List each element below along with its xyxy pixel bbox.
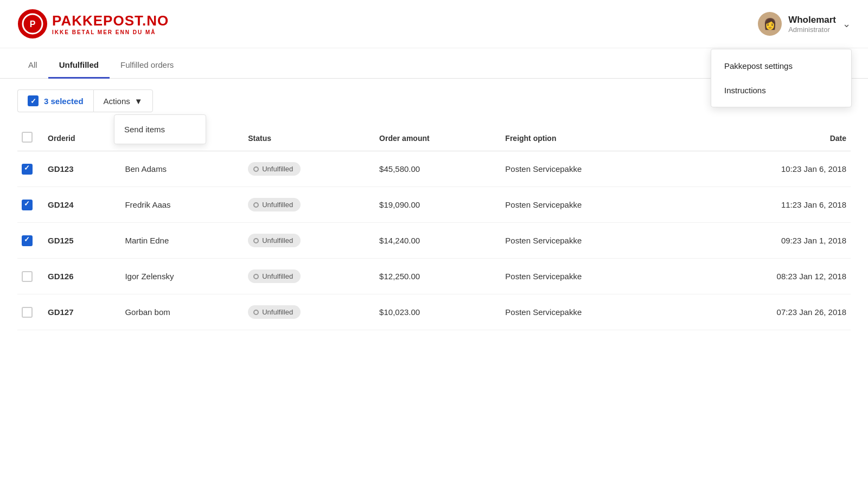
col-header-checkbox bbox=[17, 125, 43, 151]
cell-status: Unfulfilled bbox=[244, 187, 375, 223]
cell-name: Fredrik Aaas bbox=[120, 187, 244, 223]
status-badge: Unfulfilled bbox=[248, 305, 301, 319]
status-dot-icon bbox=[253, 238, 259, 243]
user-info: Wholemart Administrator bbox=[788, 15, 836, 34]
cell-name: Ben Adams bbox=[120, 151, 244, 187]
menu-item-pakkepost-settings[interactable]: Pakkepost settings bbox=[711, 54, 851, 78]
tab-fulfilled-orders[interactable]: Fulfilled orders bbox=[110, 53, 184, 79]
selected-count-label: 3 selected bbox=[44, 97, 84, 106]
cell-name: Martin Edne bbox=[120, 223, 244, 259]
chevron-down-icon: ⌄ bbox=[843, 18, 851, 30]
table-row: GD123 Ben Adams Unfulfilled $45,580.00 P… bbox=[17, 151, 851, 187]
table-row: GD127 Gorban bom Unfulfilled $10,023.00 … bbox=[17, 294, 851, 330]
status-label: Unfulfilled bbox=[262, 201, 293, 209]
row-checkbox-cell bbox=[17, 151, 43, 187]
cell-date: 09:23 Jan 1, 2018 bbox=[683, 223, 851, 259]
table-row: GD126 Igor Zelensky Unfulfilled $12,250.… bbox=[17, 259, 851, 294]
cell-freight: Posten Servicepakke bbox=[501, 187, 683, 223]
logo-main-text: PAKKEPOST.NO bbox=[52, 12, 169, 29]
table-row: GD125 Martin Edne Unfulfilled $14,240.00… bbox=[17, 223, 851, 259]
col-header-status: Status bbox=[244, 125, 375, 151]
logo-text: PAKKEPOST.NO IKKE BETAL MER ENN DU MÅ bbox=[52, 12, 169, 35]
selected-badge: 3 selected bbox=[17, 89, 93, 112]
header-checkbox[interactable] bbox=[22, 132, 33, 143]
status-badge: Unfulfilled bbox=[248, 162, 301, 176]
status-label: Unfulfilled bbox=[262, 236, 293, 245]
table-row: GD124 Fredrik Aaas Unfulfilled $19,090.0… bbox=[17, 187, 851, 223]
cell-orderid: GD123 bbox=[43, 151, 120, 187]
row-checkbox-cell bbox=[17, 223, 43, 259]
cell-status: Unfulfilled bbox=[244, 151, 375, 187]
logo: P PAKKEPOST.NO IKKE BETAL MER ENN DU MÅ bbox=[17, 9, 169, 39]
col-header-orderid: Orderid bbox=[43, 125, 120, 151]
tab-unfulfilled[interactable]: Unfulfilled bbox=[48, 53, 110, 79]
status-badge: Unfulfilled bbox=[248, 198, 301, 211]
user-role: Administrator bbox=[788, 25, 836, 34]
actions-label: Actions bbox=[104, 97, 130, 106]
row-checkbox-cell bbox=[17, 294, 43, 330]
cell-name: Igor Zelensky bbox=[120, 259, 244, 294]
cell-freight: Posten Servicepakke bbox=[501, 259, 683, 294]
row-checkbox-GD123[interactable] bbox=[22, 164, 33, 175]
cell-orderid: GD125 bbox=[43, 223, 120, 259]
cell-date: 08:23 Jan 12, 2018 bbox=[683, 259, 851, 294]
menu-item-instructions[interactable]: Instructions bbox=[711, 78, 851, 102]
row-checkbox-GD124[interactable] bbox=[22, 200, 33, 210]
avatar: 👩 bbox=[758, 12, 782, 36]
orders-table: Orderid Name Status Order amount Freight… bbox=[17, 125, 851, 330]
cell-amount: $14,240.00 bbox=[375, 223, 501, 259]
cell-orderid: GD124 bbox=[43, 187, 120, 223]
tab-all[interactable]: All bbox=[17, 53, 48, 79]
bulk-checkbox[interactable] bbox=[28, 95, 39, 106]
orders-table-container: Orderid Name Status Order amount Freight… bbox=[0, 112, 868, 330]
cell-date: 11:23 Jan 6, 2018 bbox=[683, 187, 851, 223]
row-checkbox-GD125[interactable] bbox=[22, 235, 33, 246]
col-header-date: Date bbox=[683, 125, 851, 151]
status-dot-icon bbox=[253, 202, 259, 208]
cell-amount: $12,250.00 bbox=[375, 259, 501, 294]
cell-freight: Posten Servicepakke bbox=[501, 223, 683, 259]
header: P PAKKEPOST.NO IKKE BETAL MER ENN DU MÅ … bbox=[0, 0, 868, 48]
status-dot-icon bbox=[253, 310, 259, 315]
user-name: Wholemart bbox=[788, 15, 836, 25]
user-dropdown-menu: Pakkepost settings Instructions bbox=[711, 49, 852, 107]
status-label: Unfulfilled bbox=[262, 308, 293, 316]
status-label: Unfulfilled bbox=[262, 272, 293, 280]
actions-chevron-icon: ▼ bbox=[135, 97, 143, 106]
cell-amount: $45,580.00 bbox=[375, 151, 501, 187]
row-checkbox-cell bbox=[17, 259, 43, 294]
row-checkbox-cell bbox=[17, 187, 43, 223]
row-checkbox-GD126[interactable] bbox=[22, 271, 33, 282]
status-dot-icon bbox=[253, 274, 259, 279]
cell-freight: Posten Servicepakke bbox=[501, 151, 683, 187]
cell-orderid: GD126 bbox=[43, 259, 120, 294]
send-items-option[interactable]: Send items bbox=[114, 118, 206, 140]
cell-name: Gorban bom bbox=[120, 294, 244, 330]
status-label: Unfulfilled bbox=[262, 165, 293, 173]
col-header-amount: Order amount bbox=[375, 125, 501, 151]
logo-icon: P bbox=[17, 9, 48, 39]
send-items-dropdown: Send items bbox=[114, 114, 206, 144]
actions-button[interactable]: Actions ▼ bbox=[93, 89, 153, 112]
cell-amount: $10,023.00 bbox=[375, 294, 501, 330]
row-checkbox-GD127[interactable] bbox=[22, 307, 33, 318]
cell-amount: $19,090.00 bbox=[375, 187, 501, 223]
svg-text:P: P bbox=[30, 20, 36, 29]
status-badge: Unfulfilled bbox=[248, 234, 301, 247]
logo-sub-text: IKKE BETAL MER ENN DU MÅ bbox=[52, 29, 169, 35]
cell-status: Unfulfilled bbox=[244, 294, 375, 330]
col-header-freight: Freight option bbox=[501, 125, 683, 151]
cell-date: 10:23 Jan 6, 2018 bbox=[683, 151, 851, 187]
status-dot-icon bbox=[253, 166, 259, 172]
cell-freight: Posten Servicepakke bbox=[501, 294, 683, 330]
cell-status: Unfulfilled bbox=[244, 223, 375, 259]
cell-date: 07:23 Jan 26, 2018 bbox=[683, 294, 851, 330]
cell-orderid: GD127 bbox=[43, 294, 120, 330]
user-menu-trigger[interactable]: 👩 Wholemart Administrator ⌄ bbox=[758, 12, 851, 36]
status-badge: Unfulfilled bbox=[248, 269, 301, 283]
cell-status: Unfulfilled bbox=[244, 259, 375, 294]
